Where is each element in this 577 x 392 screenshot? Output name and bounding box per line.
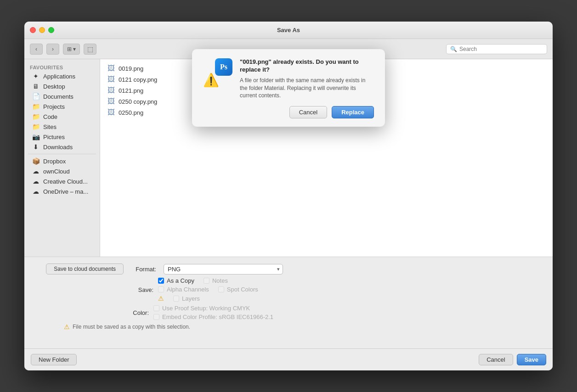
pictures-icon: 📷	[32, 133, 40, 140]
downloads-icon: ⬇	[32, 143, 40, 151]
use-proof-checkbox[interactable]	[153, 305, 159, 311]
options-area: Save to cloud documents Format: PNG JPEG…	[24, 257, 553, 348]
maximize-button[interactable]	[48, 27, 54, 33]
search-icon: 🔍	[450, 46, 457, 52]
sidebar-item-projects[interactable]: 📁 Projects	[26, 101, 98, 112]
save-to-cloud-button[interactable]: Save to cloud documents	[46, 263, 124, 274]
as-a-copy-label: As a Copy	[167, 277, 194, 284]
save-label: Save:	[128, 286, 153, 293]
warning-message: File must be saved as a copy with this s…	[73, 324, 190, 330]
sidebar-item-label: OneDrive – ma...	[43, 188, 88, 195]
alert-text: "0019.png" already exists. Do you want t…	[240, 58, 374, 100]
close-button[interactable]	[30, 27, 36, 33]
sidebar-item-owncloud[interactable]: ☁ ownCloud	[26, 166, 98, 176]
as-a-copy-checkbox[interactable]	[158, 278, 164, 284]
sidebar-item-label: Documents	[43, 93, 74, 100]
file-icon: 🖼	[107, 97, 115, 106]
view-chevron: ▾	[73, 46, 76, 52]
alpha-channels-checkbox[interactable]	[158, 286, 164, 292]
file-name: 0250.png	[119, 109, 143, 116]
save-as-window: Save As ‹ › ⊞ ▾ ⬚ 🔍 Favourites ✦ Applica…	[24, 22, 553, 370]
dropbox-icon: 📦	[32, 157, 40, 165]
documents-icon: 📄	[32, 93, 40, 100]
color-checkboxes: Use Proof Setup: Working CMYK Embed Colo…	[153, 305, 273, 320]
sidebar-item-label: Creative Cloud...	[43, 178, 88, 185]
notes-row[interactable]: Notes	[204, 277, 228, 284]
file-icon: 🖼	[107, 86, 115, 95]
sidebar-item-label: Dropbox	[43, 158, 66, 165]
alert-icon-wrap: ⚠️ Ps	[203, 58, 232, 88]
back-button[interactable]: ‹	[30, 44, 43, 55]
sidebar-item-code[interactable]: 📁 Code	[26, 112, 98, 122]
spot-colors-row[interactable]: Spot Colors	[218, 286, 258, 293]
file-name: 0250 copy.png	[119, 98, 157, 105]
desktop-icon: 🖥	[32, 83, 40, 90]
owncloud-icon: ☁	[32, 168, 40, 175]
use-proof-row[interactable]: Use Proof Setup: Working CMYK	[153, 305, 273, 312]
use-proof-label: Use Proof Setup: Working CMYK	[162, 305, 250, 312]
sidebar-item-label: Sites	[43, 123, 57, 130]
save-checkrow-2: Alpha Channels Spot Colors	[158, 286, 258, 293]
format-select-wrap: PNG JPEG TIFF PSD PDF GIF BMP	[164, 264, 283, 274]
sidebar-item-documents[interactable]: 📄 Documents	[26, 91, 98, 101]
alpha-channels-row[interactable]: Alpha Channels	[158, 286, 209, 293]
sidebar-item-dropbox[interactable]: 📦 Dropbox	[26, 156, 98, 166]
bottom-bar: New Folder Cancel Save	[24, 348, 553, 370]
warning-text-row: ⚠ File must be saved as a copy with this…	[64, 323, 545, 330]
alert-title: "0019.png" already exists. Do you want t…	[240, 58, 374, 74]
alert-replace-button[interactable]: Replace	[332, 106, 374, 118]
sidebar-item-label: Projects	[43, 103, 65, 110]
file-name: 0121 copy.png	[119, 76, 157, 83]
sidebar-item-creative-cloud[interactable]: ☁ Creative Cloud...	[26, 176, 98, 186]
sidebar-item-applications[interactable]: ✦ Applications	[26, 71, 98, 81]
file-icon: 🖼	[107, 75, 115, 84]
sidebar-item-sites[interactable]: 📁 Sites	[26, 122, 98, 132]
sidebar-item-label: Applications	[43, 73, 75, 80]
sidebar-item-downloads[interactable]: ⬇ Downloads	[26, 142, 98, 152]
minimize-button[interactable]	[39, 27, 45, 33]
alert-body: A file or folder with the same name alre…	[240, 77, 374, 100]
traffic-lights	[30, 27, 54, 33]
search-box: 🔍	[446, 44, 547, 54]
forward-button[interactable]: ›	[46, 44, 59, 55]
search-input[interactable]	[459, 46, 543, 52]
format-label: Format:	[131, 266, 156, 273]
applications-icon: ✦	[32, 73, 40, 80]
layers-warning-icon: ⚠	[158, 295, 164, 302]
sidebar-item-label: Code	[43, 113, 57, 120]
new-folder-top-button[interactable]: ⬚	[84, 44, 96, 55]
folder-add-icon: ⬚	[87, 45, 93, 53]
cancel-button[interactable]: Cancel	[479, 354, 513, 365]
sidebar-item-pictures[interactable]: 📷 Pictures	[26, 132, 98, 142]
sidebar-item-desktop[interactable]: 🖥 Desktop	[26, 81, 98, 91]
format-row: Save to cloud documents Format: PNG JPEG…	[32, 263, 545, 274]
color-label: Color:	[124, 309, 149, 316]
sidebar-item-label: Pictures	[43, 134, 65, 140]
layers-row[interactable]: Layers	[173, 295, 200, 302]
embed-color-checkbox[interactable]	[153, 314, 159, 320]
title-bar: Save As	[24, 22, 553, 39]
notes-checkbox[interactable]	[204, 278, 209, 284]
format-select[interactable]: PNG JPEG TIFF PSD PDF GIF BMP	[164, 264, 283, 274]
as-a-copy-row[interactable]: As a Copy	[158, 277, 194, 284]
sidebar-item-label: Downloads	[43, 144, 73, 151]
layers-checkbox[interactable]	[173, 296, 179, 302]
file-icon: 🖼	[107, 64, 115, 73]
sidebar-divider	[28, 154, 96, 154]
save-button[interactable]: Save	[517, 354, 546, 365]
warning-icon: ⚠	[64, 323, 70, 330]
new-folder-button[interactable]: New Folder	[31, 354, 77, 365]
alert-buttons: Cancel Replace	[203, 106, 374, 118]
spot-colors-checkbox[interactable]	[218, 286, 224, 292]
alert-cancel-button[interactable]: Cancel	[289, 106, 327, 118]
sidebar-item-label: Desktop	[43, 83, 65, 90]
sidebar-item-onedrive[interactable]: ☁ OneDrive – ma...	[26, 186, 98, 196]
sidebar: Favourites ✦ Applications 🖥 Desktop 📄 Do…	[24, 59, 100, 257]
view-icon: ⊞	[67, 46, 72, 52]
view-button[interactable]: ⊞ ▾	[63, 44, 80, 55]
embed-color-row[interactable]: Embed Color Profile: sRGB IEC61966-2.1	[153, 314, 273, 320]
save-options-row: Save: As a Copy Notes Alpha Channels	[32, 277, 545, 302]
code-icon: 📁	[32, 113, 40, 120]
sidebar-item-label: ownCloud	[43, 168, 70, 175]
embed-color-label: Embed Color Profile: sRGB IEC61966-2.1	[162, 314, 273, 320]
